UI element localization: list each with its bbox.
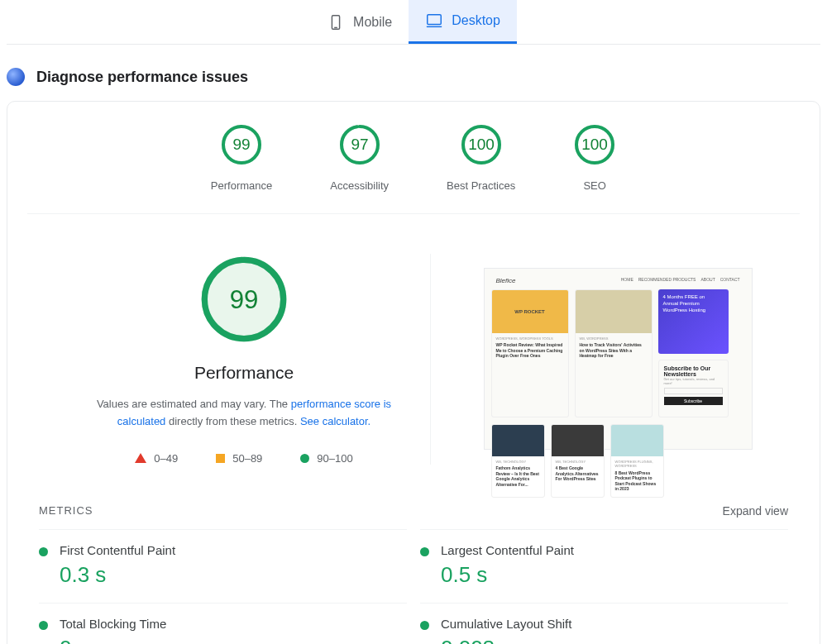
gauge-icon: 99 — [220, 123, 263, 166]
hero-left: 99 Performance Values are estimated and … — [75, 254, 431, 465]
legend-mid: 50–89 — [216, 452, 262, 465]
metric-value: 0.5 s — [441, 562, 574, 588]
metric-first-contentful-paint: First Contentful Paint0.3 s — [39, 529, 407, 603]
square-icon — [216, 454, 225, 463]
metrics-heading: METRICS — [39, 504, 93, 518]
tab-mobile-label: Mobile — [353, 15, 392, 30]
performance-gauge-label: Performance — [75, 363, 414, 383]
metric-name: Total Blocking Time — [60, 617, 166, 631]
status-dot-icon — [39, 547, 48, 556]
gauge-label: Performance — [211, 179, 272, 192]
gauge-label: Best Practices — [447, 179, 515, 192]
legend: 0–49 50–89 90–100 — [75, 452, 414, 465]
gauge-label: SEO — [573, 179, 616, 192]
status-dot-icon — [39, 621, 48, 630]
tab-mobile[interactable]: Mobile — [310, 0, 409, 44]
performance-description: Values are estimated and may vary. The p… — [75, 396, 414, 431]
metric-cumulative-layout-shift: Cumulative Layout Shift0.008 — [420, 603, 788, 644]
performance-gauge-value: 99 — [230, 285, 259, 314]
circle-icon — [300, 454, 309, 463]
link-see-calculator[interactable]: See calculator. — [300, 415, 370, 427]
score-gauge-seo[interactable]: 100SEO — [573, 123, 616, 192]
gauge-value: 100 — [468, 136, 495, 153]
metric-name: First Contentful Paint — [60, 543, 175, 557]
metric-name: Largest Contentful Paint — [441, 543, 574, 557]
desc-prefix: Values are estimated and may vary. The — [97, 398, 291, 410]
desc-mid: directly from these metrics. — [165, 415, 300, 427]
metric-value: 0 ms — [60, 636, 166, 644]
hero: 99 Performance Values are estimated and … — [7, 214, 820, 483]
metrics-grid: First Contentful Paint0.3 sLargest Conte… — [7, 529, 820, 644]
status-dot-icon — [420, 621, 429, 630]
score-gauge-accessibility[interactable]: 97Accessibility — [330, 123, 389, 192]
metric-largest-contentful-paint: Largest Contentful Paint0.5 s — [420, 529, 788, 603]
triangle-icon — [135, 453, 146, 463]
lighthouse-icon — [7, 68, 25, 86]
score-gauge-performance[interactable]: 99Performance — [211, 123, 272, 192]
metric-value: 0.3 s — [60, 562, 175, 588]
metric-value: 0.008 — [441, 636, 571, 644]
legend-bad: 0–49 — [135, 452, 178, 465]
metric-name: Cumulative Layout Shift — [441, 617, 571, 631]
performance-gauge: 99 — [198, 254, 289, 345]
mobile-icon — [327, 13, 345, 31]
expand-view-link[interactable]: Expand view — [723, 504, 788, 518]
gauge-value: 97 — [351, 136, 368, 153]
status-dot-icon — [420, 547, 429, 556]
metric-total-blocking-time: Total Blocking Time0 ms — [39, 603, 407, 644]
gauge-value: 100 — [581, 136, 608, 153]
report-card: 99Performance97Accessibility100Best Prac… — [7, 101, 820, 644]
screenshot-thumbnail: BleficeHOMERECOMMENDED PRODUCTSABOUTCONT… — [484, 268, 753, 450]
legend-good: 90–100 — [300, 452, 352, 465]
screenshot-thumbnail-wrap: BleficeHOMERECOMMENDED PRODUCTSABOUTCONT… — [467, 268, 753, 450]
device-tabs: Mobile Desktop — [7, 0, 820, 45]
tab-desktop-label: Desktop — [452, 13, 500, 28]
legend-bad-label: 0–49 — [154, 452, 178, 465]
desktop-icon — [425, 12, 443, 30]
legend-good-label: 90–100 — [317, 452, 352, 465]
tab-desktop[interactable]: Desktop — [409, 0, 517, 44]
svg-rect-2 — [428, 15, 442, 25]
section-header: Diagnose performance issues — [0, 45, 827, 101]
gauge-icon: 100 — [460, 123, 503, 166]
scores-row: 99Performance97Accessibility100Best Prac… — [27, 123, 800, 214]
score-gauge-best-practices[interactable]: 100Best Practices — [447, 123, 515, 192]
gauge-value: 99 — [232, 136, 250, 153]
legend-mid-label: 50–89 — [232, 452, 262, 465]
gauge-icon: 97 — [338, 123, 381, 166]
section-title: Diagnose performance issues — [36, 69, 248, 86]
gauge-label: Accessibility — [330, 179, 389, 192]
gauge-icon: 100 — [573, 123, 616, 166]
